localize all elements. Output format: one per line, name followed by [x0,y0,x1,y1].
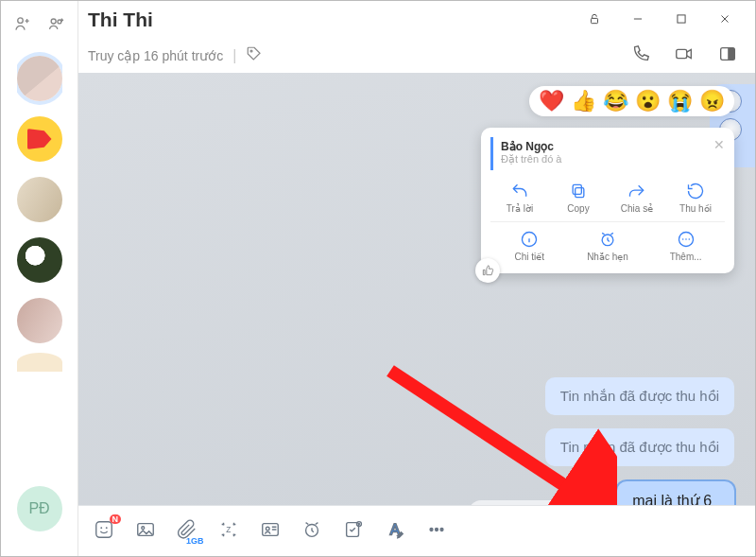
svg-rect-10 [573,184,581,194]
quote-icon[interactable] [476,503,495,505]
attachment-button[interactable]: 1GB [177,519,198,544]
lock-icon[interactable] [577,12,611,28]
chat-title: Thi Thi [88,9,568,31]
maximize-button[interactable] [664,12,698,28]
quote-close-icon[interactable]: ✕ [713,137,725,152]
forward-icon[interactable] [504,503,523,505]
contact-card-button[interactable] [260,519,281,544]
reaction-heart[interactable]: ❤️ [539,91,564,112]
sticker-badge: N [110,514,122,524]
image-button[interactable] [135,519,156,544]
outgoing-message[interactable]: mai là thứ 6 11:32 Đã nhận [617,481,734,505]
sticker-button[interactable]: N [94,519,114,544]
add-friend-icon[interactable] [13,14,32,37]
video-call-icon[interactable] [674,44,695,68]
contact-avatar[interactable] [17,177,62,222]
svg-point-23 [142,526,145,529]
svg-rect-8 [729,48,734,61]
tag-icon[interactable] [246,45,263,66]
ctx-more[interactable]: Thêm... [658,226,714,266]
svg-rect-6 [677,49,687,58]
svg-point-16 [688,238,690,240]
ctx-detail[interactable]: Chi tiết [501,226,558,266]
panel-toggle-icon[interactable] [717,44,738,68]
svg-point-0 [17,18,23,24]
svg-text:Z: Z [226,525,231,533]
like-chip-icon[interactable] [475,258,500,283]
svg-point-32 [440,528,443,531]
ctx-copy[interactable]: Copy [550,178,607,218]
svg-point-20 [100,527,102,529]
format-button[interactable] [385,519,405,544]
titlebar: Thi Thi [78,1,755,39]
reaction-like[interactable]: 👍 [571,91,596,112]
last-seen-status: Truy cập 16 phút trước [88,48,223,63]
task-button[interactable] [343,519,364,544]
recalled-message: Tin nhắn đã được thu hồi [545,377,734,415]
message-text: mai là thứ 6 [632,492,719,505]
sub-header: Truy cập 16 phút trước | [78,39,755,73]
message-hover-toolbar [469,500,585,505]
svg-rect-4 [678,14,685,22]
svg-point-14 [681,238,683,240]
contact-avatar[interactable] [17,56,62,101]
reaction-wow[interactable]: 😮 [635,91,661,112]
svg-point-30 [430,528,433,531]
svg-rect-3 [592,18,598,23]
minimize-button[interactable] [621,12,655,28]
add-group-icon[interactable] [47,14,66,37]
message-context-menu: Bảo Ngọc Đặt trên đó à ✕ Trả lời Copy Ch… [481,128,734,273]
ctx-reply[interactable]: Trả lời [491,178,548,218]
reaction-angry[interactable]: 😠 [699,91,725,112]
contact-avatar[interactable] [17,298,62,343]
svg-rect-9 [576,188,584,198]
ctx-remind[interactable]: Nhắc hẹn [579,226,636,266]
sidebar: PĐ [1,1,78,556]
contact-avatar[interactable] [17,116,62,162]
svg-point-31 [436,528,438,531]
svg-point-5 [250,50,252,52]
self-avatar[interactable]: PĐ [17,486,62,531]
svg-point-26 [266,527,269,531]
contact-avatar[interactable] [17,353,62,372]
attachment-size-label: 1GB [186,536,204,546]
svg-rect-19 [96,521,112,537]
quote-text: Đặt trên đó à [501,153,717,165]
ctx-recall[interactable]: Thu hồi [667,178,724,218]
close-button[interactable] [708,12,742,28]
recalled-message: Tin nhắn đã được thu hồi [545,428,734,466]
voice-call-icon[interactable] [630,44,651,68]
svg-point-1 [51,19,56,24]
contact-avatar[interactable] [17,237,62,283]
more-composer-button[interactable] [426,519,447,544]
reaction-picker[interactable]: ❤️ 👍 😂 😮 😭 😠 [529,86,734,116]
svg-point-21 [106,527,108,529]
todo-icon[interactable] [531,503,550,505]
more-options-button[interactable] [558,503,577,505]
quote-author: Bảo Ngọc [501,140,717,153]
ctx-share[interactable]: Chia sẻ [609,178,665,218]
reaction-cry[interactable]: 😭 [667,91,693,112]
screenshot-button[interactable]: Z [218,519,239,544]
reaction-laugh[interactable]: 😂 [603,91,628,112]
composer-toolbar: N 1GB Z [78,505,755,556]
svg-point-15 [685,238,687,240]
chat-pane: ❤️ 👍 😂 😮 😭 😠 Bảo Ngọc Đặt trên đó à ✕ Tr… [78,73,755,505]
alarm-button[interactable] [301,519,322,544]
